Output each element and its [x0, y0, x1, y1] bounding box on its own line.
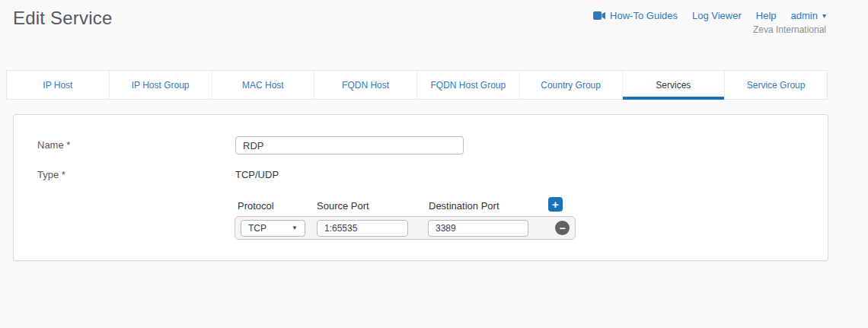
admin-label: admin — [791, 10, 818, 21]
type-label: Type * — [37, 169, 65, 180]
tab-country-group[interactable]: Country Group — [519, 71, 622, 99]
account-name: Zeva International — [753, 24, 826, 35]
tab-services[interactable]: Services — [622, 71, 725, 99]
minus-icon: − — [559, 223, 565, 234]
protocol-select-value: TCP — [248, 223, 266, 234]
tab-fqdn-host-group[interactable]: FQDN Host Group — [416, 71, 519, 99]
add-port-row-button[interactable]: + — [548, 197, 563, 212]
remove-port-row-button[interactable]: − — [555, 221, 570, 235]
tab-fqdn-host[interactable]: FQDN Host — [314, 71, 416, 99]
host-services-tab-bar: IP Host IP Host Group MAC Host FQDN Host… — [6, 70, 828, 100]
tab-service-group[interactable]: Service Group — [724, 71, 827, 99]
select-caret-icon: ▼ — [292, 225, 298, 231]
source-port-input[interactable] — [317, 220, 408, 237]
tab-ip-host[interactable]: IP Host — [7, 71, 109, 99]
howto-guides-link[interactable]: How-To Guides — [593, 10, 678, 21]
edit-service-form-card: Name * Type * TCP/UDP Protocol Source Po… — [13, 114, 828, 261]
name-label: Name * — [37, 139, 70, 151]
header-utility-links: How-To Guides Log Viewer Help admin ▾ — [593, 10, 826, 21]
video-camera-icon — [593, 11, 605, 20]
destination-port-input[interactable] — [428, 220, 528, 237]
tab-mac-host[interactable]: MAC Host — [212, 71, 314, 99]
plus-icon: + — [552, 199, 559, 210]
name-input[interactable] — [235, 136, 464, 154]
type-value: TCP/UDP — [235, 169, 279, 180]
tab-ip-host-group[interactable]: IP Host Group — [109, 71, 212, 99]
source-port-header: Source Port — [317, 200, 369, 212]
protocol-header: Protocol — [238, 200, 274, 212]
howto-guides-label: How-To Guides — [610, 10, 678, 21]
chevron-down-icon: ▾ — [822, 12, 826, 20]
log-viewer-link[interactable]: Log Viewer — [692, 10, 742, 21]
log-viewer-label: Log Viewer — [692, 10, 742, 21]
admin-menu[interactable]: admin ▾ — [791, 10, 826, 21]
destination-port-header: Destination Port — [429, 200, 499, 212]
help-label: Help — [756, 10, 777, 21]
edit-service-page: Edit Service How-To Guides Log Viewer He… — [0, 0, 868, 328]
help-link[interactable]: Help — [756, 10, 777, 21]
page-title: Edit Service — [13, 8, 112, 29]
port-row: TCP ▼ − — [235, 216, 576, 240]
protocol-select[interactable]: TCP ▼ — [241, 220, 305, 237]
